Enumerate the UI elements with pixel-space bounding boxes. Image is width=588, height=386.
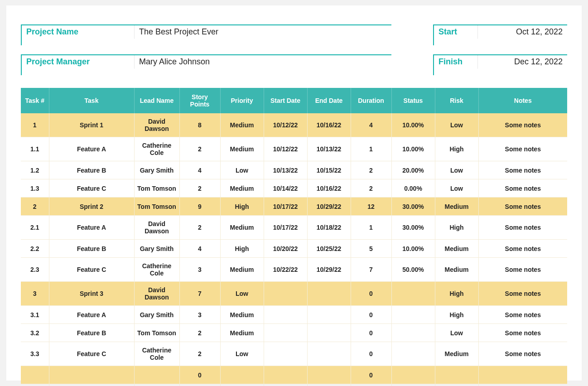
cell-end[interactable]: 10/16/22	[307, 179, 351, 198]
cell-risk[interactable]: Medium	[435, 258, 478, 282]
cell-priority[interactable]: Low	[220, 161, 264, 179]
task-table[interactable]: Task # Task Lead Name Story Points Prior…	[21, 88, 567, 386]
col-risk[interactable]: Risk	[435, 88, 478, 113]
cell-lead[interactable]: Gary Smith	[134, 240, 179, 258]
cell-start[interactable]	[264, 366, 307, 384]
cell-start[interactable]	[264, 324, 307, 342]
cell-notes[interactable]: Some notes	[478, 179, 567, 198]
cell-duration[interactable]: 0	[351, 306, 391, 324]
cell-end[interactable]: 10/15/22	[307, 161, 351, 179]
col-lead[interactable]: Lead Name	[134, 88, 179, 113]
cell-priority[interactable]: High	[220, 240, 264, 258]
cell-task[interactable]: Feature B	[49, 161, 134, 179]
cell-priority[interactable]: Medium	[220, 113, 264, 137]
cell-points[interactable]: 4	[179, 161, 220, 179]
cell-task[interactable]: Sprint 3	[49, 282, 134, 306]
cell-tasknum[interactable]: 2.2	[21, 240, 49, 258]
cell-lead[interactable]: Tom Tomson	[134, 324, 179, 342]
cell-end[interactable]	[307, 306, 351, 324]
cell-points[interactable]: 4	[179, 240, 220, 258]
col-points[interactable]: Story Points	[179, 88, 220, 113]
cell-start[interactable]: 10/12/22	[264, 137, 307, 161]
table-row[interactable]: 1Sprint 1David Dawson8Medium10/12/2210/1…	[21, 113, 567, 137]
cell-tasknum[interactable]	[21, 384, 49, 386]
cell-lead[interactable]: David Dawson	[134, 113, 179, 137]
cell-task[interactable]: Feature B	[49, 240, 134, 258]
cell-points[interactable]: 2	[179, 179, 220, 198]
cell-lead[interactable]	[134, 384, 179, 386]
project-name-field[interactable]: Project Name The Best Project Ever	[21, 24, 391, 45]
cell-tasknum[interactable]: 3.2	[21, 324, 49, 342]
col-task[interactable]: Task	[49, 88, 134, 113]
cell-status[interactable]: 30.00%	[391, 216, 435, 240]
cell-start[interactable]	[264, 282, 307, 306]
cell-status[interactable]	[391, 342, 435, 366]
cell-priority[interactable]	[220, 366, 264, 384]
cell-lead[interactable]: Gary Smith	[134, 306, 179, 324]
table-row[interactable]: 2Sprint 2Tom Tomson9High10/17/2210/29/22…	[21, 198, 567, 216]
cell-lead[interactable]	[134, 366, 179, 384]
cell-risk[interactable]: High	[435, 306, 478, 324]
cell-priority[interactable]: Medium	[220, 258, 264, 282]
cell-status[interactable]: 20.00%	[391, 161, 435, 179]
cell-status[interactable]: 10.00%	[391, 113, 435, 137]
cell-risk[interactable]: Medium	[435, 342, 478, 366]
cell-points[interactable]: 2	[179, 342, 220, 366]
cell-start[interactable]	[264, 384, 307, 386]
cell-tasknum[interactable]	[21, 366, 49, 384]
col-end[interactable]: End Date	[307, 88, 351, 113]
cell-notes[interactable]: Some notes	[478, 306, 567, 324]
cell-risk[interactable]: Low	[435, 324, 478, 342]
cell-priority[interactable]: Medium	[220, 306, 264, 324]
cell-points[interactable]: 7	[179, 282, 220, 306]
col-tasknum[interactable]: Task #	[21, 88, 49, 113]
cell-tasknum[interactable]: 1.1	[21, 137, 49, 161]
cell-points[interactable]: 0	[179, 366, 220, 384]
finish-date-value[interactable]: Dec 12, 2022	[477, 55, 567, 68]
cell-risk[interactable]: Low	[435, 113, 478, 137]
cell-notes[interactable]: Some notes	[478, 324, 567, 342]
cell-status[interactable]: 0.00%	[391, 179, 435, 198]
cell-tasknum[interactable]: 2.3	[21, 258, 49, 282]
cell-tasknum[interactable]: 1.3	[21, 179, 49, 198]
cell-risk[interactable]: Low	[435, 161, 478, 179]
cell-duration[interactable]: 7	[351, 258, 391, 282]
cell-priority[interactable]: Medium	[220, 216, 264, 240]
cell-duration[interactable]: 1	[351, 216, 391, 240]
cell-task[interactable]: Feature A	[49, 137, 134, 161]
cell-start[interactable]: 10/22/22	[264, 258, 307, 282]
cell-tasknum[interactable]: 3	[21, 282, 49, 306]
cell-lead[interactable]: Catherine Cole	[134, 342, 179, 366]
cell-start[interactable]: 10/17/22	[264, 216, 307, 240]
cell-status[interactable]	[391, 384, 435, 386]
cell-end[interactable]: 10/29/22	[307, 258, 351, 282]
cell-lead[interactable]: Catherine Cole	[134, 137, 179, 161]
cell-notes[interactable]	[478, 366, 567, 384]
cell-priority[interactable]: Medium	[220, 137, 264, 161]
cell-task[interactable]: Feature C	[49, 258, 134, 282]
table-row[interactable]: 00	[21, 366, 567, 384]
cell-points[interactable]: 3	[179, 258, 220, 282]
cell-task[interactable]	[49, 384, 134, 386]
cell-end[interactable]: 10/29/22	[307, 198, 351, 216]
col-status[interactable]: Status	[391, 88, 435, 113]
project-manager-field[interactable]: Project Manager Mary Alice Johnson	[21, 54, 391, 75]
finish-date-field[interactable]: Finish Dec 12, 2022	[433, 54, 567, 75]
cell-tasknum[interactable]: 3.1	[21, 306, 49, 324]
cell-risk[interactable]	[435, 366, 478, 384]
cell-end[interactable]	[307, 366, 351, 384]
cell-points[interactable]: 8	[179, 113, 220, 137]
start-date-field[interactable]: Start Oct 12, 2022	[433, 24, 567, 45]
cell-task[interactable]: Feature B	[49, 324, 134, 342]
table-row[interactable]: 2.1Feature ADavid Dawson2Medium10/17/221…	[21, 216, 567, 240]
cell-notes[interactable]: Some notes	[478, 282, 567, 306]
table-row[interactable]: 0	[21, 384, 567, 386]
col-start[interactable]: Start Date	[264, 88, 307, 113]
cell-start[interactable]	[264, 306, 307, 324]
cell-priority[interactable]: Medium	[220, 179, 264, 198]
cell-duration[interactable]: 4	[351, 113, 391, 137]
cell-start[interactable]	[264, 342, 307, 366]
cell-end[interactable]	[307, 342, 351, 366]
cell-priority[interactable]: Low	[220, 282, 264, 306]
cell-status[interactable]	[391, 306, 435, 324]
